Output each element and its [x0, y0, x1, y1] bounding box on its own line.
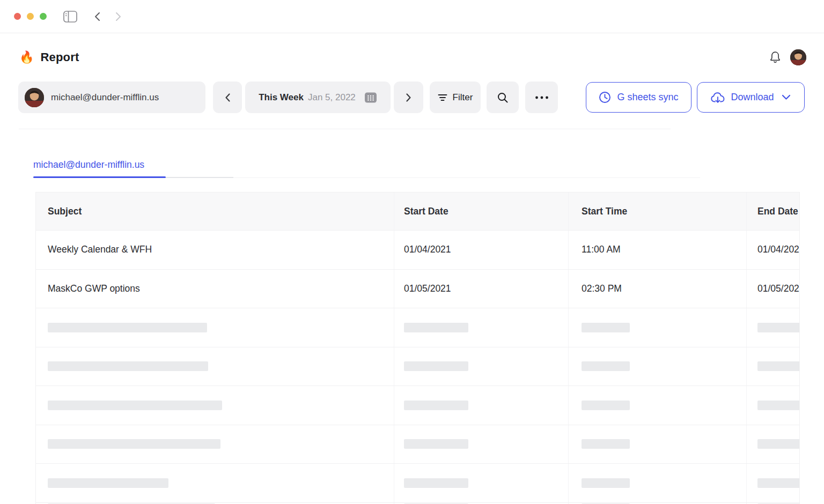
report-table: Subject Start Date Start Time End Date W… [35, 192, 800, 504]
gsheets-sync-label: G sheets sync [617, 92, 678, 103]
skeleton-cell-start_date [394, 386, 568, 425]
active-tab-indicator [33, 176, 166, 178]
skeleton-bar [582, 361, 630, 371]
cloud-download-icon [711, 92, 725, 103]
search-button[interactable] [487, 81, 519, 113]
filter-label: Filter [453, 92, 473, 103]
notifications-bell-icon[interactable] [769, 51, 781, 63]
skeleton-bar [404, 361, 468, 371]
date-range-label: This Week [259, 92, 304, 103]
account-avatar [25, 88, 44, 107]
skeleton-bar [48, 439, 220, 449]
table-cell-start_date: 01/04/2021 [394, 231, 568, 269]
table-row-loading [36, 386, 799, 425]
download-button[interactable]: Download [697, 82, 805, 113]
account-selector[interactable]: michael@dunder-mifflin.us [18, 81, 205, 113]
skeleton-cell-start_date [394, 347, 568, 386]
filter-lines-icon [438, 94, 447, 101]
close-window-button[interactable] [14, 13, 21, 20]
table-row-loading [36, 425, 799, 464]
window-titlebar [0, 0, 824, 33]
skeleton-bar [757, 401, 800, 410]
skeleton-cell-start_date [394, 308, 568, 347]
column-header-subject: Subject [36, 192, 394, 230]
skeleton-bar [582, 323, 630, 332]
skeleton-cell-start_time [568, 308, 746, 347]
page-title: Report [40, 50, 79, 64]
skeleton-cell-start_date [394, 425, 568, 464]
report-toolbar: michael@dunder-mifflin.us This Week Jan … [18, 81, 805, 113]
report-table-body: Weekly Calendar & WFH01/04/202111:00 AM0… [36, 230, 799, 504]
skeleton-bar [757, 361, 800, 371]
tab-track [166, 177, 233, 178]
skeleton-bar [582, 439, 630, 449]
table-row-loading [36, 502, 799, 504]
clock-icon [599, 91, 611, 103]
skeleton-cell-start_date [394, 464, 568, 502]
column-header-start-date: Start Date [394, 192, 568, 230]
tabs-baseline [233, 177, 700, 178]
skeleton-bar [582, 478, 630, 488]
previous-period-button[interactable] [213, 81, 242, 113]
table-row-loading [36, 347, 799, 386]
table-row[interactable]: Weekly Calendar & WFH01/04/202111:00 AM0… [36, 230, 799, 269]
skeleton-bar [757, 323, 800, 332]
skeleton-bar [404, 478, 468, 488]
skeleton-bar [48, 401, 222, 410]
chevron-left-icon [223, 93, 232, 102]
skeleton-cell-end_date [746, 425, 800, 464]
table-cell-end_date: 01/05/2021 [746, 270, 800, 308]
table-cell-subject: MaskCo GWP options [36, 270, 394, 308]
skeleton-bar [48, 323, 207, 332]
back-icon[interactable] [93, 12, 102, 21]
fire-emoji-icon: 🔥 [19, 50, 34, 64]
user-avatar[interactable] [790, 49, 806, 65]
page-header: 🔥 Report [19, 45, 806, 69]
date-value: Jan 5, 2022 [308, 92, 356, 103]
column-header-start-time: Start Time [568, 192, 746, 230]
table-cell-end_date: 01/04/2021 [746, 231, 800, 269]
skeleton-cell-start_time [568, 386, 746, 425]
report-app-window: 🔥 Report [0, 0, 824, 504]
skeleton-cell-end_date [746, 386, 800, 425]
skeleton-cell-subject [36, 308, 394, 347]
skeleton-bar [404, 401, 468, 410]
skeleton-bar [48, 478, 168, 488]
date-range-picker[interactable]: This Week Jan 5, 2022 [245, 81, 391, 113]
skeleton-cell-start_time [568, 347, 746, 386]
skeleton-cell-end_date [746, 347, 800, 386]
next-period-button[interactable] [394, 81, 423, 113]
skeleton-cell-end_date [746, 308, 800, 347]
download-label: Download [731, 92, 774, 103]
minimize-window-button[interactable] [27, 13, 34, 20]
account-email-label: michael@dunder-mifflin.us [51, 92, 159, 103]
skeleton-cell-start_time [568, 425, 746, 464]
skeleton-cell-subject [36, 386, 394, 425]
skeleton-bar [404, 439, 468, 449]
table-header-row: Subject Start Date Start Time End Date [36, 192, 799, 230]
table-row[interactable]: MaskCo GWP options01/05/202102:30 PM01/0… [36, 269, 799, 308]
chevron-right-icon [404, 93, 413, 102]
toolbar-divider [19, 129, 671, 129]
column-header-end-date: End Date [746, 192, 800, 230]
skeleton-bar [404, 323, 468, 332]
forward-icon[interactable] [113, 12, 123, 21]
skeleton-cell-end_date [746, 464, 800, 502]
gsheets-sync-button[interactable]: G sheets sync [586, 82, 691, 113]
skeleton-cell-subject [36, 425, 394, 464]
search-icon [497, 92, 509, 103]
sidebar-toggle-icon[interactable] [63, 11, 77, 23]
filter-button[interactable]: Filter [430, 81, 481, 113]
calendar-icon [364, 92, 377, 103]
chevron-down-icon [782, 94, 791, 100]
window-controls [14, 13, 47, 20]
table-row-loading [36, 308, 799, 347]
skeleton-cell-subject [36, 464, 394, 502]
table-cell-subject: Weekly Calendar & WFH [36, 231, 394, 269]
skeleton-cell-start_time [568, 464, 746, 502]
table-cell-start_time: 02:30 PM [568, 270, 746, 308]
more-options-button[interactable] [525, 81, 558, 113]
zoom-window-button[interactable] [40, 13, 47, 20]
skeleton-bar [582, 401, 630, 410]
tab-account-email[interactable]: michael@dunder-mifflin.us [33, 159, 144, 171]
